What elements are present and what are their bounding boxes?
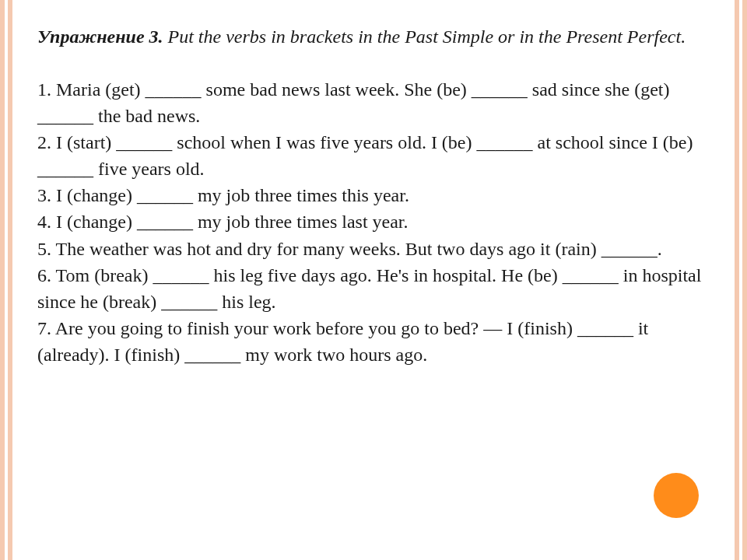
item-6: 6. Tom (break) ______ his leg five days … bbox=[37, 265, 701, 312]
exercise-number: Упражнение 3. bbox=[37, 26, 163, 47]
item-5: 5. The weather was hot and dry for many … bbox=[37, 239, 662, 259]
item-2: 2. I (start) ______ school when I was fi… bbox=[37, 132, 693, 179]
exercise-title: Упражнение 3. Put the verbs in brackets … bbox=[37, 23, 710, 50]
decorative-circle bbox=[654, 473, 699, 518]
decorative-stripe-right bbox=[735, 0, 747, 560]
item-4: 4. I (change) ______ my job three times … bbox=[37, 212, 409, 232]
item-3: 3. I (change) ______ my job three times … bbox=[37, 185, 409, 205]
item-1: 1. Maria (get) ______ some bad news last… bbox=[37, 79, 669, 126]
item-7: 7. Are you going to finish your work bef… bbox=[37, 318, 648, 365]
decorative-stripe-left bbox=[0, 0, 12, 560]
exercise-items: 1. Maria (get) ______ some bad news last… bbox=[37, 76, 710, 368]
exercise-instruction: Put the verbs in brackets in the Past Si… bbox=[163, 26, 686, 47]
exercise-content: Упражнение 3. Put the verbs in brackets … bbox=[0, 0, 747, 391]
